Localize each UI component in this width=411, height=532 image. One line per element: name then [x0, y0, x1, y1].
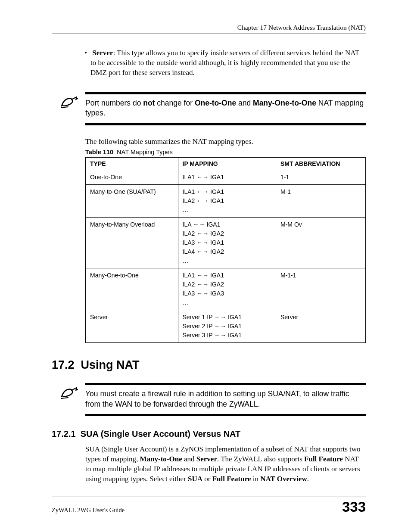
- table-intro: The following table summarizes the NAT m…: [85, 137, 366, 146]
- sua-p5: or: [202, 475, 212, 483]
- cell-mapping: ILA1 ←→ IGA1: [178, 170, 276, 185]
- cell-type: Server: [86, 310, 178, 343]
- nat-mapping-table: TYPE IP MAPPING SMT ABBREVIATION One-to-…: [85, 157, 366, 343]
- cell-mapping: ILA1 ←→ IGA1ILA2 ←→ IGA1…: [178, 185, 276, 218]
- sua-p2: and: [182, 455, 196, 463]
- server-bullet: • Server: This type allows you to specif…: [90, 48, 366, 78]
- cell-mapping: ILA1 ←→ IGA1ILA2 ←→ IGA2ILA3 ←→ IGA3…: [178, 268, 276, 310]
- sua-b2: Server: [196, 455, 217, 463]
- cell-type: One-to-One: [86, 170, 178, 185]
- sua-p6: in: [251, 475, 261, 483]
- footer-guide-name: ZyWALL 2WG User's Guide: [52, 507, 125, 514]
- note-icon: [59, 95, 79, 111]
- note1-t2: Many-One-to-One: [253, 99, 316, 107]
- section-17-2-heading: 17.2 Using NAT: [52, 358, 366, 372]
- cell-abbr: M-M Ov: [276, 218, 366, 268]
- sua-b3: Full Feature: [304, 455, 343, 463]
- note1-pre: Port numbers do: [85, 99, 143, 107]
- sua-b5: Full Feature: [212, 475, 251, 483]
- sec-num: 17.2: [52, 358, 75, 371]
- note1-mid: change for: [155, 99, 194, 107]
- bullet-label: Server: [92, 49, 113, 57]
- note1-and: and: [236, 99, 253, 107]
- cell-type: Many-to-Many Overload: [86, 218, 178, 268]
- note1-not: not: [143, 99, 155, 107]
- cell-type: Many-One-to-One: [86, 268, 178, 310]
- sua-para: SUA (Single User Account) is a ZyNOS imp…: [85, 445, 366, 484]
- note-firewall-rule: You must create a firewall rule in addit…: [85, 383, 366, 416]
- th-type: TYPE: [86, 158, 178, 170]
- table-caption: Table 110 NAT Mapping Types: [85, 149, 366, 156]
- page-footer: ZyWALL 2WG User's Guide 333: [52, 497, 366, 514]
- section-17-2-1-heading: 17.2.1 SUA (Single User Account) Versus …: [52, 429, 366, 439]
- subsec-num: 17.2.1: [52, 429, 76, 439]
- subsec-title: SUA (Single User Account) Versus NAT: [81, 429, 241, 439]
- sua-p3: . The ZyWALL also supports: [217, 455, 304, 463]
- cell-abbr: 1-1: [276, 170, 366, 185]
- table-row: Many-to-Many OverloadILA ←→ IGA1ILA2 ←→ …: [86, 218, 366, 268]
- th-map: IP MAPPING: [178, 158, 276, 170]
- header-rule: [52, 34, 366, 34]
- sec-title: Using NAT: [81, 358, 140, 371]
- note-icon: [59, 386, 79, 401]
- sua-b6: NAT Overview: [260, 475, 307, 483]
- cell-mapping: Server 1 IP ←→ IGA1Server 2 IP ←→ IGA1Se…: [178, 310, 276, 343]
- table-row: ServerServer 1 IP ←→ IGA1Server 2 IP ←→ …: [86, 310, 366, 343]
- cell-type: Many-to-One (SUA/PAT): [86, 185, 178, 218]
- cell-abbr: Server: [276, 310, 366, 343]
- chapter-header: Chapter 17 Network Address Translation (…: [52, 24, 366, 31]
- cell-abbr: M-1-1: [276, 268, 366, 310]
- note-port-numbers: Port numbers do not change for One-to-On…: [85, 92, 366, 125]
- th-abbr: SMT ABBREVIATION: [276, 158, 366, 170]
- table-caption-num: Table 110: [85, 149, 113, 156]
- sua-p7: .: [307, 475, 309, 483]
- table-row: Many-One-to-OneILA1 ←→ IGA1ILA2 ←→ IGA2I…: [86, 268, 366, 310]
- sua-b1: Many-to-One: [140, 455, 182, 463]
- footer-page-number: 333: [342, 500, 366, 514]
- cell-abbr: M-1: [276, 185, 366, 218]
- table-caption-title: NAT Mapping Types: [117, 149, 173, 156]
- note1-t1: One-to-One: [195, 99, 236, 107]
- bullet-text: : This type allows you to specify inside…: [90, 49, 359, 77]
- cell-mapping: ILA ←→ IGA1ILA2 ←→ IGA2ILA3 ←→ IGA1ILA4 …: [178, 218, 276, 268]
- table-row: Many-to-One (SUA/PAT)ILA1 ←→ IGA1ILA2 ←→…: [86, 185, 366, 218]
- table-row: One-to-OneILA1 ←→ IGA11-1: [86, 170, 366, 185]
- sua-b4: SUA: [188, 475, 202, 483]
- note2-text: You must create a firewall rule in addit…: [85, 385, 366, 414]
